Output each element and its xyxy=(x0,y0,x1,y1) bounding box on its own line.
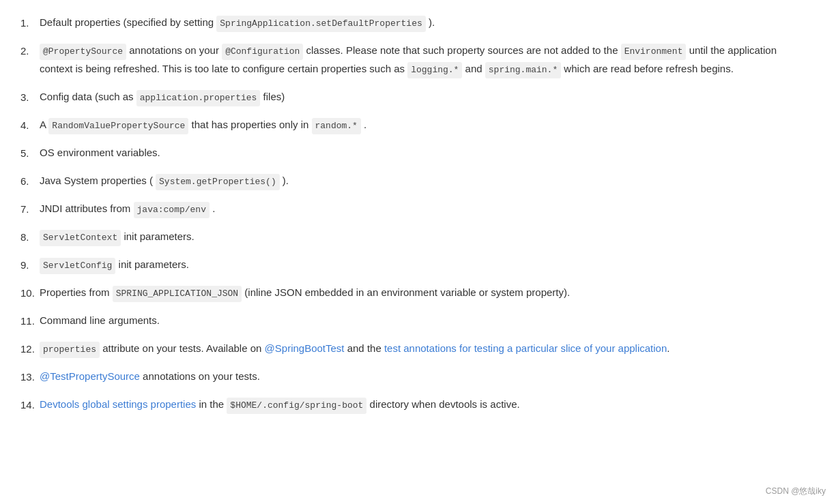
text-segment: and xyxy=(462,63,485,74)
list-item-content: Default properties (specified by setting… xyxy=(40,14,812,32)
list-item: Properties from SPRING_APPLICATION_JSON … xyxy=(20,284,812,302)
list-item-content: JNDI attributes from java:comp/env . xyxy=(40,200,812,218)
watermark: CSDN @悠哉iky xyxy=(766,486,826,497)
code-segment: spring.main.* xyxy=(485,62,561,78)
text-segment: ). xyxy=(280,175,289,186)
text-segment: and the xyxy=(345,342,384,354)
code-segment: RandomValuePropertySource xyxy=(48,118,188,134)
text-segment: directory when devtools is active. xyxy=(366,398,519,410)
list-item-content: Properties from SPRING_APPLICATION_JSON … xyxy=(40,284,812,302)
code-segment: logging.* xyxy=(407,62,462,78)
link-segment[interactable]: @SpringBootTest xyxy=(265,342,345,354)
list-item-content: ServletConfig init parameters. xyxy=(40,256,812,274)
text-segment: . xyxy=(210,203,215,214)
text-segment: attribute on your tests. Available on xyxy=(100,342,265,354)
text-segment: Command line arguments. xyxy=(40,314,160,326)
text-segment: in the xyxy=(196,398,227,410)
list-item-content: Config data (such as application.propert… xyxy=(40,88,812,106)
text-segment: init parameters. xyxy=(115,258,189,270)
text-segment: that has properties only in xyxy=(188,119,311,130)
list-item-content: Devtools global settings properties in t… xyxy=(40,396,812,414)
code-segment: java:comp/env xyxy=(134,202,210,218)
code-segment: Environment xyxy=(621,44,687,60)
list-item-content: properties attribute on your tests. Avai… xyxy=(40,340,812,358)
code-segment: SPRING_APPLICATION_JSON xyxy=(113,286,242,302)
text-segment: OS environment variables. xyxy=(40,147,160,158)
list-item: Devtools global settings properties in t… xyxy=(20,396,812,414)
code-segment: ServletConfig xyxy=(40,258,115,274)
text-segment: annotations on your xyxy=(126,44,222,56)
text-segment: annotations on your tests. xyxy=(140,370,260,382)
text-segment: ). xyxy=(426,16,435,28)
text-segment: A xyxy=(40,119,48,130)
text-segment: files) xyxy=(260,91,285,102)
list-item-content: ServletContext init parameters. xyxy=(40,228,812,246)
code-segment: application.properties xyxy=(136,90,261,106)
link-segment[interactable]: @TestPropertySource xyxy=(40,370,140,382)
list-item: Java System properties ( System.getPrope… xyxy=(20,172,812,190)
code-segment: @PropertySource xyxy=(40,44,126,60)
list-item: @TestPropertySource annotations on your … xyxy=(20,368,812,386)
list-item-content: OS environment variables. xyxy=(40,144,812,162)
list-item: Command line arguments. xyxy=(20,312,812,330)
list-item: ServletContext init parameters. xyxy=(20,228,812,246)
text-segment: Default properties (specified by setting xyxy=(40,16,216,28)
code-segment: System.getProperties() xyxy=(156,174,280,190)
link-segment[interactable]: test annotations for testing a particula… xyxy=(384,342,667,354)
list-item: OS environment variables. xyxy=(20,144,812,162)
list-item: A RandomValuePropertySource that has pro… xyxy=(20,116,812,134)
list-item-content: A RandomValuePropertySource that has pro… xyxy=(40,116,812,134)
text-segment: classes. Please note that such property … xyxy=(303,44,620,56)
code-segment: ServletContext xyxy=(40,230,121,246)
list-item: @PropertySource annotations on your @Con… xyxy=(20,42,812,78)
list-item: Config data (such as application.propert… xyxy=(20,88,812,106)
link-segment[interactable]: Devtools global settings properties xyxy=(40,398,196,410)
ordered-list: Default properties (specified by setting… xyxy=(20,14,812,414)
list-item: JNDI attributes from java:comp/env . xyxy=(20,200,812,218)
list-item-content: Command line arguments. xyxy=(40,312,812,329)
text-segment: . xyxy=(361,119,366,130)
content-area: Default properties (specified by setting… xyxy=(20,14,812,414)
list-item-content: Java System properties ( System.getPrope… xyxy=(40,172,812,190)
text-segment: Java System properties ( xyxy=(40,175,156,186)
text-segment: (inline JSON embedded in an environment … xyxy=(242,286,570,298)
code-segment: properties xyxy=(40,342,100,358)
code-segment: random.* xyxy=(312,118,361,134)
list-item-content: @TestPropertySource annotations on your … xyxy=(40,368,812,385)
code-segment: @Configuration xyxy=(222,44,303,60)
list-item: properties attribute on your tests. Avai… xyxy=(20,340,812,358)
list-item: Default properties (specified by setting… xyxy=(20,14,812,32)
text-segment: init parameters. xyxy=(121,231,194,242)
code-segment: $HOME/.config/spring-boot xyxy=(227,398,366,414)
text-segment: Config data (such as xyxy=(40,91,136,102)
text-segment: JNDI attributes from xyxy=(40,203,134,214)
list-item: ServletConfig init parameters. xyxy=(20,256,812,274)
text-segment: . xyxy=(667,342,669,354)
text-segment: Properties from xyxy=(40,286,113,298)
text-segment: which are read before refresh begins. xyxy=(561,63,734,74)
list-item-content: @PropertySource annotations on your @Con… xyxy=(40,42,812,78)
code-segment: SpringApplication.setDefaultProperties xyxy=(216,16,425,32)
